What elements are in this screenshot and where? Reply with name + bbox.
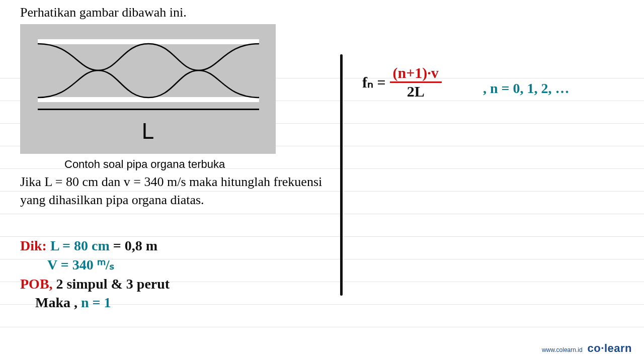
footer: www.colearn.id co·learn [542, 342, 632, 355]
footer-url: www.colearn.id [542, 346, 583, 353]
brand-right: learn [604, 342, 632, 354]
instruction-text: Perhatikan gambar dibawah ini. [20, 5, 624, 20]
standing-wave-svg [38, 39, 259, 102]
given-L-converted: = 0,8 m [113, 238, 157, 253]
pob-description: 2 simpul & 3 perut [56, 276, 170, 292]
given-v: V = 340 ᵐ/ₛ [47, 257, 114, 273]
vertical-divider [340, 54, 343, 296]
pipe-diagram: L [20, 24, 276, 154]
problem-statement: Jika L = 80 cm dan v = 340 m/s maka hitu… [20, 173, 332, 210]
brand-left: co [588, 342, 601, 354]
formula-block: fₙ = (n+1)·v 2L [362, 64, 442, 100]
brand-dot: · [601, 342, 604, 354]
pob-label: POB, [20, 276, 53, 292]
formula-denominator: 2L [390, 81, 442, 100]
length-indicator-line [38, 109, 259, 110]
n-values-note: , n = 0, 1, 2, … [483, 80, 570, 97]
footer-brand: co·learn [588, 342, 632, 355]
formula-lhs: fₙ = [362, 73, 386, 91]
maka-label: Maka , [35, 295, 77, 310]
diagram-caption: Contoh soal pipa organa terbuka [64, 158, 624, 171]
given-L: L = 80 cm [50, 238, 110, 253]
dik-label: Dik: [20, 238, 47, 253]
n-value: n = 1 [81, 295, 111, 310]
length-label: L [20, 119, 276, 144]
given-notes: Dik: L = 80 cm = 0,8 m V = 340 ᵐ/ₛ POB, … [20, 236, 170, 312]
formula-numerator: (n+1)·v [390, 64, 442, 81]
